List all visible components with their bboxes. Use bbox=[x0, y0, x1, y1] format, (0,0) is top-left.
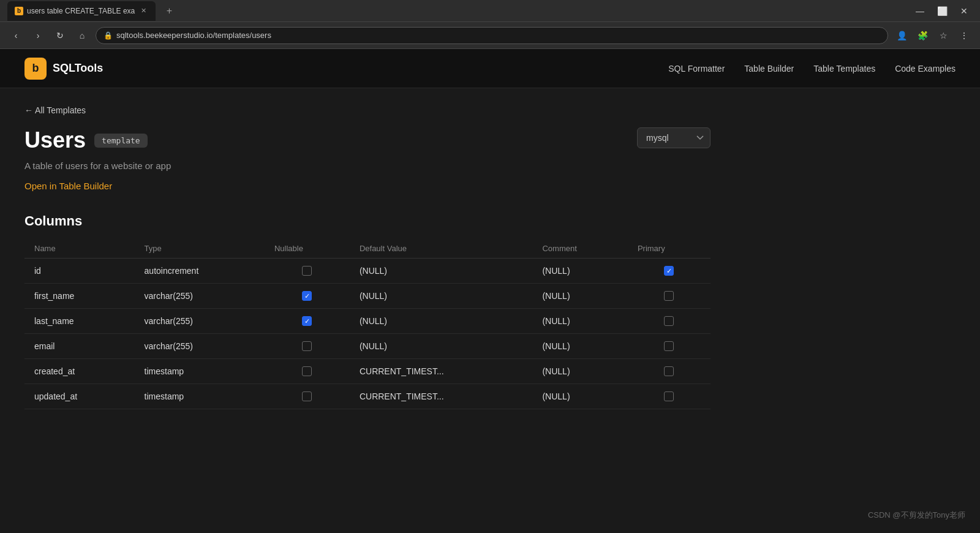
cell-comment-1: (NULL) bbox=[532, 284, 627, 309]
cell-comment-3: (NULL) bbox=[532, 334, 627, 359]
cell-type-0: autoincrement bbox=[135, 259, 265, 284]
lock-icon: 🔒 bbox=[104, 31, 113, 40]
cell-type-2: varchar(255) bbox=[135, 309, 265, 334]
table-row: email varchar(255) (NULL) (NULL) bbox=[24, 334, 710, 359]
nav-links: SQL Formatter Table Builder Table Templa… bbox=[668, 64, 956, 74]
cell-name-2: last_name bbox=[24, 309, 135, 334]
tab-favicon: b bbox=[15, 7, 23, 15]
browser-tab-bar: b users table CREATE_TABLE exa ✕ + — ⬜ ✕ bbox=[0, 0, 980, 22]
page-title-row: Users template bbox=[24, 127, 171, 153]
back-button[interactable]: ‹ bbox=[7, 27, 24, 44]
cell-type-1: varchar(255) bbox=[135, 284, 265, 309]
cell-name-3: email bbox=[24, 334, 135, 359]
table-row: created_at timestamp CURRENT_TIMEST... (… bbox=[24, 359, 710, 384]
cell-nullable-5 bbox=[265, 384, 350, 409]
browser-extension-actions: 👤 🧩 ☆ ⋮ bbox=[893, 27, 973, 44]
page-title: Users bbox=[24, 127, 86, 153]
app-navbar: b SQLTools SQL Formatter Table Builder T… bbox=[0, 49, 980, 88]
cell-primary-5 bbox=[628, 384, 710, 409]
col-header-primary: Primary bbox=[628, 239, 710, 259]
open-in-table-builder-link[interactable]: Open in Table Builder bbox=[24, 181, 112, 191]
columns-table: Name Type Nullable Default Value Comment… bbox=[24, 239, 710, 409]
nav-table-builder[interactable]: Table Builder bbox=[744, 64, 794, 74]
nullable-checkbox-5[interactable] bbox=[302, 391, 312, 401]
template-badge: template bbox=[94, 134, 148, 148]
cell-primary-0 bbox=[628, 259, 710, 284]
nav-sql-formatter[interactable]: SQL Formatter bbox=[668, 64, 725, 74]
col-header-nullable: Nullable bbox=[265, 239, 350, 259]
bookmark-icon[interactable]: ☆ bbox=[935, 27, 952, 44]
tab-title: users table CREATE_TABLE exa bbox=[27, 7, 135, 15]
forward-button[interactable]: › bbox=[29, 27, 47, 44]
more-icon[interactable]: ⋮ bbox=[956, 27, 973, 44]
address-bar-row: ‹ › ↻ ⌂ 🔒 sqltools.beekeeperstudio.io/te… bbox=[0, 22, 980, 49]
nullable-checkbox-3[interactable] bbox=[302, 341, 312, 351]
cell-name-0: id bbox=[24, 259, 135, 284]
tab-close-button[interactable]: ✕ bbox=[138, 6, 148, 16]
table-row: last_name varchar(255) (NULL) (NULL) bbox=[24, 309, 710, 334]
table-header-row: Name Type Nullable Default Value Comment… bbox=[24, 239, 710, 259]
db-selector: mysql postgresql sqlite sqlserver bbox=[637, 127, 710, 148]
db-select-dropdown[interactable]: mysql postgresql sqlite sqlserver bbox=[637, 127, 710, 148]
table-row: updated_at timestamp CURRENT_TIMEST... (… bbox=[24, 384, 710, 409]
col-header-name: Name bbox=[24, 239, 135, 259]
nullable-checkbox-4[interactable] bbox=[302, 366, 312, 376]
page-header: Users template A table of users for a we… bbox=[24, 127, 710, 191]
primary-checkbox-4[interactable] bbox=[664, 366, 674, 376]
maximize-button[interactable]: ⬜ bbox=[933, 2, 951, 20]
minimize-button[interactable]: — bbox=[911, 2, 929, 20]
active-tab[interactable]: b users table CREATE_TABLE exa ✕ bbox=[7, 1, 156, 21]
cell-default-2: (NULL) bbox=[350, 309, 533, 334]
primary-checkbox-2[interactable] bbox=[664, 316, 674, 326]
page-description: A table of users for a website or app bbox=[24, 161, 171, 171]
cell-default-1: (NULL) bbox=[350, 284, 533, 309]
columns-title: Columns bbox=[24, 213, 710, 229]
extensions-icon[interactable]: 🧩 bbox=[914, 27, 931, 44]
cell-name-1: first_name bbox=[24, 284, 135, 309]
cell-comment-2: (NULL) bbox=[532, 309, 627, 334]
cell-default-0: (NULL) bbox=[350, 259, 533, 284]
nullable-checkbox-0[interactable] bbox=[302, 266, 312, 276]
close-window-button[interactable]: ✕ bbox=[956, 2, 973, 20]
reload-button[interactable]: ↻ bbox=[51, 27, 69, 44]
col-header-type: Type bbox=[135, 239, 265, 259]
primary-checkbox-3[interactable] bbox=[664, 341, 674, 351]
nav-code-examples[interactable]: Code Examples bbox=[895, 64, 956, 74]
cell-default-5: CURRENT_TIMEST... bbox=[350, 384, 533, 409]
columns-section: Columns Name Type Nullable Default Value… bbox=[24, 213, 710, 409]
cell-name-4: created_at bbox=[24, 359, 135, 384]
cell-nullable-3 bbox=[265, 334, 350, 359]
cell-comment-5: (NULL) bbox=[532, 384, 627, 409]
url-text: sqltools.beekeeperstudio.io/templates/us… bbox=[116, 31, 271, 40]
logo-icon: b bbox=[24, 58, 47, 80]
page-title-area: Users template A table of users for a we… bbox=[24, 127, 171, 191]
nullable-checkbox-1[interactable] bbox=[302, 291, 312, 301]
cell-nullable-1 bbox=[265, 284, 350, 309]
col-header-default: Default Value bbox=[350, 239, 533, 259]
profile-icon[interactable]: 👤 bbox=[893, 27, 910, 44]
cell-primary-4 bbox=[628, 359, 710, 384]
nav-table-templates[interactable]: Table Templates bbox=[813, 64, 875, 74]
cell-default-4: CURRENT_TIMEST... bbox=[350, 359, 533, 384]
address-bar[interactable]: 🔒 sqltools.beekeeperstudio.io/templates/… bbox=[96, 27, 888, 44]
cell-primary-3 bbox=[628, 334, 710, 359]
primary-checkbox-5[interactable] bbox=[664, 391, 674, 401]
nullable-checkbox-2[interactable] bbox=[302, 316, 312, 326]
cell-name-5: updated_at bbox=[24, 384, 135, 409]
cell-primary-2 bbox=[628, 309, 710, 334]
table-row: first_name varchar(255) (NULL) (NULL) bbox=[24, 284, 710, 309]
cell-nullable-4 bbox=[265, 359, 350, 384]
back-to-templates-link[interactable]: ← All Templates bbox=[24, 88, 710, 127]
watermark: CSDN @不剪发的Tony老师 bbox=[868, 510, 965, 521]
app-logo[interactable]: b SQLTools bbox=[24, 58, 103, 80]
main-content: ← All Templates Users template A table o… bbox=[0, 88, 735, 409]
home-button[interactable]: ⌂ bbox=[74, 27, 91, 44]
cell-type-5: timestamp bbox=[135, 384, 265, 409]
primary-checkbox-1[interactable] bbox=[664, 291, 674, 301]
new-tab-button[interactable]: + bbox=[160, 2, 178, 20]
primary-checkbox-0[interactable] bbox=[664, 266, 674, 276]
col-header-comment: Comment bbox=[532, 239, 627, 259]
logo-text: SQLTools bbox=[53, 62, 103, 75]
cell-comment-0: (NULL) bbox=[532, 259, 627, 284]
cell-type-3: varchar(255) bbox=[135, 334, 265, 359]
